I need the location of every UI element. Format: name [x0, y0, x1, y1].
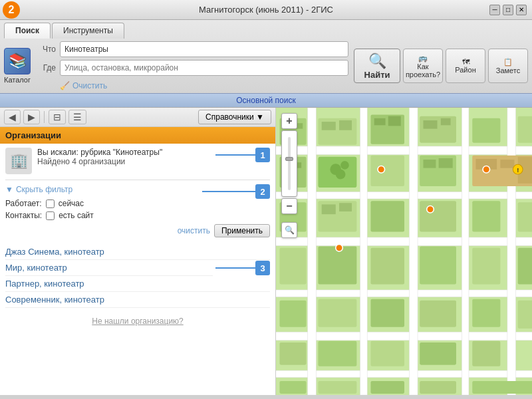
how-to-get-label: Как проехать? — [406, 63, 440, 78]
back-button[interactable]: ◀ — [4, 110, 21, 124]
svg-rect-39 — [500, 160, 514, 168]
zoom-track — [288, 137, 291, 190]
hide-filter-label: Скрыть фильтр — [16, 185, 72, 194]
forward-button[interactable]: ▶ — [23, 110, 40, 124]
svg-rect-36 — [439, 158, 453, 168]
svg-rect-58 — [420, 301, 456, 327]
search-icon: 🔍 — [368, 53, 386, 70]
org-results: 🏢 Вы искали: рубрика "Кинотеатры" Найден… — [0, 144, 275, 395]
zoom-thumb — [285, 157, 293, 161]
svg-point-72 — [427, 206, 434, 213]
svg-rect-35 — [423, 160, 436, 168]
zoom-out-button[interactable]: − — [281, 198, 297, 214]
catalog-label: Каталог — [4, 76, 31, 84]
filter-apply-button[interactable]: Применить — [214, 224, 270, 237]
org-item-2[interactable]: Партнер, кинотеатр — [5, 276, 270, 292]
contacts-filter-row: Контакты: есть сайт — [5, 211, 270, 220]
toolbar: Поиск Инструменты 📚 Каталог Что Где 🧹 Оч… — [0, 20, 532, 108]
svg-rect-61 — [279, 342, 306, 365]
org-header: Организации — [0, 127, 275, 144]
svg-text:!: ! — [517, 166, 519, 174]
where-input[interactable] — [60, 60, 348, 76]
not-found-link[interactable]: Не нашли организацию? — [92, 317, 184, 326]
found-count: Найдено 4 организации — [37, 157, 162, 166]
result-header: 🏢 Вы искали: рубрика "Кинотеатры" Найден… — [5, 148, 270, 174]
org-list: Джаз Синема, кинотеатр Мир, кинотеатр 3 … — [5, 244, 270, 308]
svg-rect-57 — [370, 299, 404, 327]
where-row: Где — [36, 60, 348, 76]
svg-rect-33 — [370, 156, 404, 186]
find-button[interactable]: 🔍 Найти — [354, 49, 400, 83]
clear-button[interactable]: 🧹 Очистить — [60, 81, 107, 90]
basic-search-bar[interactable]: Основной поиск — [0, 93, 532, 107]
nav-extra-button[interactable]: ⊟ — [49, 110, 66, 124]
svg-rect-11 — [507, 108, 516, 395]
svg-rect-54 — [518, 248, 532, 285]
map-area[interactable]: ! + − 🔍 — [276, 108, 532, 395]
org-item-0[interactable]: Джаз Синема, кинотеатр — [5, 244, 270, 260]
map-controls: + − 🔍 — [281, 113, 297, 238]
references-button[interactable]: Справочники ▼ — [198, 110, 271, 124]
catalog-button[interactable]: 📚 — [4, 48, 31, 74]
filter-clear-button[interactable]: очистить — [178, 224, 210, 237]
zoom-in-button[interactable]: + — [281, 113, 297, 129]
clear-label: Очистить — [72, 81, 107, 90]
tab-tools[interactable]: Инструменты — [52, 23, 124, 39]
how-to-get-button[interactable]: 🚌 Как проехать? — [403, 49, 443, 83]
has-site-label: есть сайт — [59, 211, 94, 220]
svg-point-29 — [336, 170, 346, 180]
working-now-checkbox[interactable] — [46, 200, 55, 208]
search-text: Вы искали: рубрика "Кинотеатры" — [37, 148, 162, 157]
what-label: Что — [36, 45, 56, 54]
svg-rect-70 — [472, 381, 532, 394]
what-input[interactable] — [60, 41, 348, 57]
org-item-3[interactable]: Современник, кинотеатр — [5, 292, 270, 308]
tab-search[interactable]: Поиск — [4, 23, 51, 39]
svg-rect-43 — [322, 204, 336, 214]
window-controls: ─ □ ✕ — [489, 5, 527, 15]
tabs-row: Поиск Инструменты — [0, 20, 532, 39]
svg-rect-62 — [318, 341, 356, 366]
nav-separator — [44, 111, 45, 123]
broom-icon: 🧹 — [60, 81, 70, 90]
svg-rect-47 — [472, 201, 500, 231]
svg-rect-52 — [420, 247, 456, 285]
annotation-3: 3 — [255, 261, 270, 275]
svg-rect-16 — [322, 122, 336, 130]
svg-rect-53 — [472, 248, 500, 285]
what-row: Что — [36, 41, 348, 57]
result-icon: 🏢 — [5, 148, 32, 174]
district-icon: 🗺 — [462, 58, 469, 66]
svg-rect-9 — [409, 108, 418, 395]
maximize-button[interactable]: □ — [503, 5, 513, 15]
catalog-area: 📚 Каталог — [4, 48, 31, 84]
left-panel: ◀ ▶ ⊟ ☰ Справочники ▼ Организации 🏢 Вы и… — [0, 108, 276, 395]
notes-label: Заметс — [496, 66, 521, 74]
minimize-button[interactable]: ─ — [489, 5, 500, 15]
svg-rect-17 — [339, 120, 352, 130]
map-search-button[interactable]: 🔍 — [281, 222, 297, 238]
result-text: Вы искали: рубрика "Кинотеатры" Найдено … — [37, 148, 162, 166]
notes-icon: 📋 — [503, 58, 513, 66]
svg-rect-50 — [318, 247, 356, 285]
district-button[interactable]: 🗺 Район — [446, 49, 485, 83]
svg-rect-51 — [370, 248, 404, 285]
nav-list-button[interactable]: ☰ — [68, 110, 86, 124]
svg-rect-21 — [420, 116, 456, 143]
has-site-checkbox[interactable] — [46, 211, 55, 220]
zoom-slider[interactable] — [281, 130, 297, 197]
svg-rect-59 — [472, 299, 500, 327]
close-button[interactable]: ✕ — [516, 5, 527, 15]
org-item-1[interactable]: Мир, кинотеатр — [5, 260, 213, 276]
annotation-2: 2 — [255, 184, 270, 199]
svg-rect-10 — [462, 108, 469, 395]
hide-filter-link[interactable]: ▼ Скрыть фильтр — [5, 185, 72, 194]
svg-rect-8 — [360, 108, 368, 395]
svg-rect-64 — [420, 342, 456, 365]
filter-section: ▼ Скрыть фильтр 2 Работает: сейчас Конта… — [5, 180, 270, 241]
toolbar-inner: 📚 Каталог Что Где 🧹 Очистить — [0, 39, 532, 93]
svg-rect-66 — [279, 381, 306, 394]
svg-rect-19 — [374, 118, 386, 126]
notes-button[interactable]: 📋 Заметс — [488, 49, 528, 83]
svg-rect-69 — [420, 381, 456, 394]
